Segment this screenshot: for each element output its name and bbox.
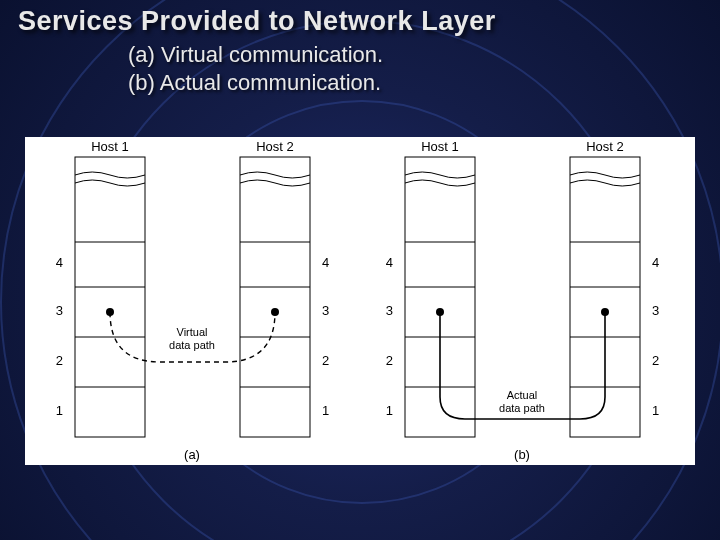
svg-rect-5 — [240, 157, 310, 437]
layer-num: 2 — [56, 353, 63, 368]
slide: Services Provided to Network Layer (a) V… — [0, 0, 720, 540]
layer-num: 1 — [56, 403, 63, 418]
host-column: Host 2 4 3 2 1 — [570, 139, 659, 437]
svg-rect-0 — [75, 157, 145, 437]
layer-num: 3 — [386, 303, 393, 318]
layer-num: 3 — [652, 303, 659, 318]
host-label: Host 1 — [91, 139, 129, 154]
layer-num: 1 — [386, 403, 393, 418]
layer-num: 4 — [56, 255, 63, 270]
path-label: data path — [169, 339, 215, 351]
path-label: Actual — [507, 389, 538, 401]
layer-num: 4 — [386, 255, 393, 270]
layer-num: 3 — [56, 303, 63, 318]
host-column: Host 1 4 3 2 1 — [386, 139, 475, 437]
layer-num: 2 — [386, 353, 393, 368]
path-label: Virtual — [177, 326, 208, 338]
caption-b: (b) — [514, 447, 530, 462]
layer-num: 3 — [322, 303, 329, 318]
subtitle-a: (a) Virtual communication. — [128, 42, 383, 68]
layer-num: 4 — [652, 255, 659, 270]
host-column: Host 2 4 3 2 1 — [240, 139, 329, 437]
caption-a: (a) — [184, 447, 200, 462]
layer-diagram: Host 1 4 3 2 1 Host 2 — [25, 137, 695, 465]
host-label: Host 2 — [256, 139, 294, 154]
layer-num: 1 — [322, 403, 329, 418]
path-label: data path — [499, 402, 545, 414]
layer-num: 2 — [322, 353, 329, 368]
subtitle-b: (b) Actual communication. — [128, 70, 381, 96]
layer-num: 4 — [322, 255, 329, 270]
host-label: Host 1 — [421, 139, 459, 154]
diagram-svg: Host 1 4 3 2 1 Host 2 — [25, 137, 695, 465]
host-label: Host 2 — [586, 139, 624, 154]
host-column: Host 1 4 3 2 1 — [56, 139, 145, 437]
layer-num: 2 — [652, 353, 659, 368]
slide-title: Services Provided to Network Layer — [18, 6, 702, 37]
layer-num: 1 — [652, 403, 659, 418]
